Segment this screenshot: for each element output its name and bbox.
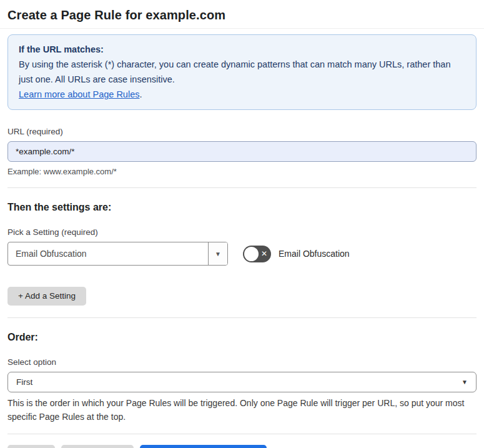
settings-section-heading: Then the settings are:	[7, 201, 477, 213]
divider	[0, 28, 484, 29]
chevron-down-icon: ▼	[462, 379, 468, 386]
info-box-body: By using the asterisk (*) character, you…	[19, 57, 465, 87]
learn-more-link[interactable]: Learn more about Page Rules	[19, 89, 139, 99]
save-deploy-button[interactable]: Save and Deploy Page Rule	[140, 445, 267, 448]
footer-actions: Cancel Save as Draft Save and Deploy Pag…	[7, 445, 477, 448]
setting-select-value: Email Obfuscation	[8, 249, 208, 259]
add-setting-button[interactable]: + Add a Setting	[7, 287, 86, 306]
url-field-label: URL (required)	[7, 127, 477, 137]
toggle-label: Email Obfuscation	[279, 249, 350, 259]
setting-row: Email Obfuscation ▼ ✕ Email Obfuscation	[7, 242, 477, 266]
url-match-info-box: If the URL matches: By using the asteris…	[7, 34, 477, 110]
setting-select[interactable]: Email Obfuscation ▼	[7, 242, 228, 266]
link-period: .	[139, 89, 142, 99]
order-helper-text: This is the order in which your Page Rul…	[7, 396, 473, 424]
url-example-helper: Example: www.example.com/*	[7, 167, 477, 177]
info-box-link-line: Learn more about Page Rules.	[19, 87, 465, 102]
order-section-heading: Order:	[7, 331, 477, 343]
toggle-knob	[244, 247, 259, 261]
create-page-rule-form: Create a Page Rule for example.com If th…	[0, 0, 484, 448]
chevron-down-icon[interactable]: ▼	[208, 242, 227, 265]
pick-setting-label: Pick a Setting (required)	[7, 227, 477, 237]
order-select-value: First	[8, 377, 41, 387]
info-box-heading: If the URL matches:	[19, 42, 465, 57]
cancel-button[interactable]: Cancel	[7, 445, 55, 448]
url-input[interactable]	[7, 141, 477, 162]
save-draft-button[interactable]: Save as Draft	[61, 445, 134, 448]
divider	[7, 434, 477, 434]
order-select-label: Select option	[7, 357, 477, 367]
order-select[interactable]: First ▼	[7, 372, 477, 392]
page-title: Create a Page Rule for example.com	[7, 7, 477, 22]
email-obfuscation-toggle[interactable]: ✕	[243, 246, 271, 262]
toggle-off-x-icon: ✕	[257, 246, 271, 262]
divider	[7, 317, 477, 318]
divider	[7, 187, 477, 188]
